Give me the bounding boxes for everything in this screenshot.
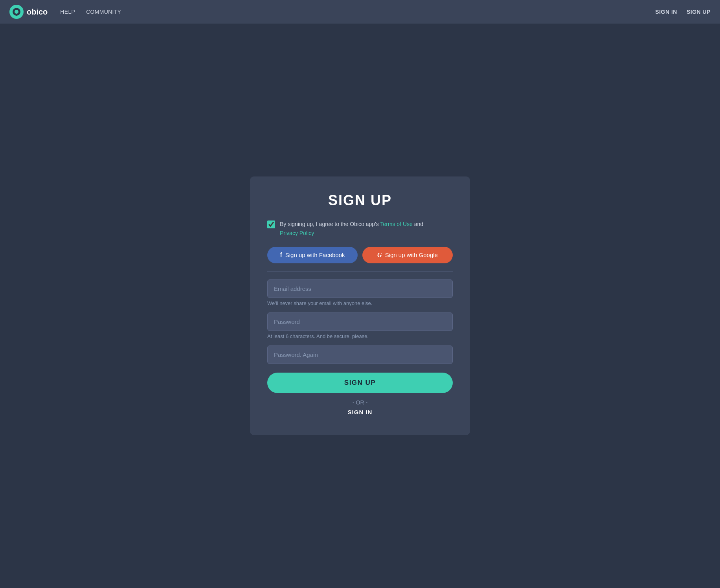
nav-community-link[interactable]: COMMUNITY bbox=[86, 9, 121, 15]
page-title: SIGN UP bbox=[267, 192, 453, 209]
svg-point-2 bbox=[15, 10, 18, 14]
nav-signup-link[interactable]: SIGN UP bbox=[687, 9, 711, 15]
agreement-text: By signing up, I agree to the Obico app'… bbox=[280, 220, 423, 237]
privacy-policy-link[interactable]: Privacy Policy bbox=[280, 230, 314, 236]
nav-help-link[interactable]: HELP bbox=[60, 9, 75, 15]
google-button-label: Sign up with Google bbox=[385, 252, 438, 258]
agreement-checkbox[interactable] bbox=[267, 220, 275, 228]
password-group: At least 6 characters. And be secure, pl… bbox=[267, 312, 453, 339]
agreement-and: and bbox=[414, 221, 423, 227]
email-field[interactable] bbox=[267, 279, 453, 298]
google-signup-button[interactable]: G Sign up with Google bbox=[362, 247, 453, 263]
email-group: We'll never share your email with anyone… bbox=[267, 279, 453, 306]
nav-signin-link[interactable]: SIGN IN bbox=[655, 9, 677, 15]
divider bbox=[267, 271, 453, 272]
google-icon: G bbox=[377, 252, 382, 259]
brand-logo-icon bbox=[9, 5, 24, 19]
navbar: obico HELP COMMUNITY SIGN IN SIGN UP bbox=[0, 0, 720, 24]
facebook-icon: f bbox=[280, 252, 282, 259]
signin-link[interactable]: SIGN IN bbox=[267, 409, 453, 415]
navbar-right: SIGN IN SIGN UP bbox=[655, 9, 711, 15]
facebook-signup-button[interactable]: f Sign up with Facebook bbox=[267, 247, 358, 263]
page-content: SIGN UP By signing up, I agree to the Ob… bbox=[0, 0, 720, 588]
agreement-prefix: By signing up, I agree to the Obico app'… bbox=[280, 221, 380, 227]
social-buttons: f Sign up with Facebook G Sign up with G… bbox=[267, 247, 453, 263]
brand-name: obico bbox=[27, 7, 48, 17]
password-hint: At least 6 characters. And be secure, pl… bbox=[267, 333, 453, 339]
terms-of-use-link[interactable]: Terms of Use bbox=[380, 221, 412, 227]
signup-submit-button[interactable]: SIGN UP bbox=[267, 373, 453, 393]
password-again-group bbox=[267, 345, 453, 366]
navbar-links: HELP COMMUNITY bbox=[60, 9, 121, 15]
password-again-field[interactable] bbox=[267, 345, 453, 364]
or-text: - OR - bbox=[267, 399, 453, 406]
signup-card: SIGN UP By signing up, I agree to the Ob… bbox=[250, 176, 470, 435]
password-field[interactable] bbox=[267, 312, 453, 331]
facebook-button-label: Sign up with Facebook bbox=[285, 252, 345, 258]
email-hint: We'll never share your email with anyone… bbox=[267, 300, 453, 306]
agreement-row: By signing up, I agree to the Obico app'… bbox=[267, 220, 453, 237]
brand-link[interactable]: obico bbox=[9, 5, 48, 19]
